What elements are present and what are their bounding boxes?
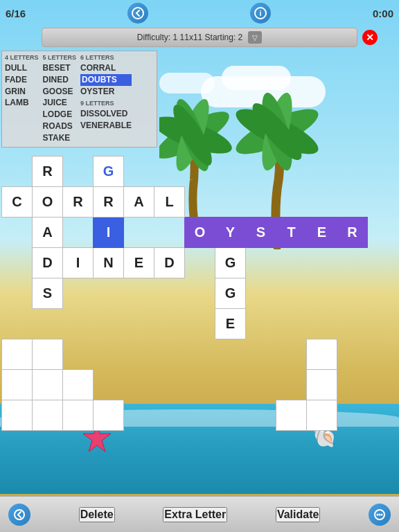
cell-4-6[interactable] — [185, 278, 215, 309]
cell-8-6[interactable] — [185, 400, 215, 431]
cell-3-5[interactable]: D — [154, 248, 185, 278]
info-button[interactable]: i — [250, 3, 271, 24]
cell-4-4[interactable] — [124, 278, 154, 309]
cell-5-0[interactable] — [2, 309, 33, 339]
extra-letter-button[interactable]: Extra Letter — [163, 507, 227, 522]
cell-8-5[interactable] — [154, 400, 185, 431]
cell-2-1[interactable]: A — [33, 218, 63, 248]
cell-3-10[interactable] — [307, 248, 337, 278]
cell-4-7[interactable]: G — [215, 278, 246, 309]
cell-1-0[interactable]: C — [2, 187, 33, 218]
cell-2-11[interactable]: R — [337, 218, 368, 248]
cell-6-2[interactable] — [63, 339, 94, 370]
cell-7-6[interactable] — [185, 370, 215, 400]
cell-6-5[interactable] — [154, 339, 185, 370]
cell-3-6[interactable] — [185, 248, 215, 278]
cell-5-11[interactable] — [337, 309, 368, 339]
cell-3-2[interactable]: I — [63, 248, 94, 278]
cell-5-6[interactable] — [185, 309, 215, 339]
cell-8-3[interactable] — [94, 400, 124, 431]
cell-5-3[interactable] — [94, 309, 124, 339]
cell-6-10[interactable] — [307, 339, 337, 370]
cell-6-3[interactable] — [94, 339, 124, 370]
cell-3-9[interactable] — [276, 248, 307, 278]
cell-8-0[interactable] — [2, 400, 33, 431]
cell-2-5[interactable] — [154, 218, 185, 248]
cell-7-0[interactable] — [2, 370, 33, 400]
cell-6-1[interactable] — [33, 339, 63, 370]
cell-0-1[interactable]: R — [33, 157, 63, 187]
cell-1-5[interactable]: L — [154, 187, 185, 218]
cell-7-7[interactable] — [215, 370, 246, 400]
cell-5-10[interactable] — [307, 309, 337, 339]
cell-5-7[interactable]: E — [215, 309, 246, 339]
cell-4-1[interactable]: S — [33, 278, 63, 309]
cell-0-6[interactable] — [185, 157, 215, 187]
cell-8-9[interactable] — [276, 400, 307, 431]
cell-7-8[interactable] — [246, 370, 276, 400]
cell-8-8[interactable] — [246, 400, 276, 431]
cell-8-2[interactable] — [63, 400, 94, 431]
cell-5-2[interactable] — [63, 309, 94, 339]
cell-8-11[interactable] — [337, 400, 368, 431]
cell-7-11[interactable] — [337, 370, 368, 400]
cell-6-7[interactable] — [215, 339, 246, 370]
cell-7-2[interactable] — [63, 370, 94, 400]
cell-7-4[interactable] — [124, 370, 154, 400]
cell-5-5[interactable] — [154, 309, 185, 339]
cell-8-4[interactable] — [124, 400, 154, 431]
cell-4-5[interactable] — [154, 278, 185, 309]
cell-1-8[interactable] — [246, 187, 276, 218]
cell-5-9[interactable] — [276, 309, 307, 339]
cell-3-3[interactable]: N — [94, 248, 124, 278]
cell-1-7[interactable] — [215, 187, 246, 218]
cell-4-2[interactable] — [63, 278, 94, 309]
cell-6-11[interactable] — [337, 339, 368, 370]
cell-4-9[interactable] — [276, 278, 307, 309]
cell-2-0[interactable] — [2, 218, 33, 248]
cell-6-9[interactable] — [276, 339, 307, 370]
cell-8-1[interactable] — [33, 400, 63, 431]
cell-3-1[interactable]: D — [33, 248, 63, 278]
cell-2-4[interactable] — [124, 218, 154, 248]
cell-3-7[interactable]: G — [215, 248, 246, 278]
cell-0-4[interactable] — [124, 157, 154, 187]
cell-7-10[interactable] — [307, 370, 337, 400]
delete-button[interactable]: Delete — [79, 507, 115, 522]
cell-6-6[interactable] — [185, 339, 215, 370]
cell-3-4[interactable]: E — [124, 248, 154, 278]
cell-0-3[interactable]: G — [94, 157, 124, 187]
cell-2-8[interactable]: S — [246, 218, 276, 248]
cell-2-3[interactable]: I — [94, 218, 124, 248]
cell-0-8[interactable] — [246, 157, 276, 187]
cell-1-2[interactable]: R — [63, 187, 94, 218]
cell-5-4[interactable] — [124, 309, 154, 339]
cell-3-11[interactable] — [337, 248, 368, 278]
difficulty-bar[interactable]: Difficulty: 1 11x11 Starting: 2 ▽ ✕ — [42, 28, 357, 47]
cell-6-0[interactable] — [2, 339, 33, 370]
cell-0-2[interactable] — [63, 157, 94, 187]
back-icon-bottom[interactable] — [8, 504, 30, 526]
menu-icon-bottom[interactable] — [369, 504, 391, 526]
cell-5-8[interactable] — [246, 309, 276, 339]
back-button[interactable] — [127, 3, 148, 24]
cell-2-6[interactable]: O — [185, 218, 215, 248]
cell-2-2[interactable] — [63, 218, 94, 248]
cell-4-11[interactable] — [337, 278, 368, 309]
cell-1-6[interactable] — [185, 187, 215, 218]
cell-8-10[interactable] — [307, 400, 337, 431]
cell-1-3[interactable]: R — [94, 187, 124, 218]
difficulty-dropdown[interactable]: ▽ — [248, 31, 262, 44]
cell-3-8[interactable] — [246, 248, 276, 278]
close-button[interactable]: ✕ — [362, 30, 378, 45]
cell-7-3[interactable] — [94, 370, 124, 400]
cell-6-8[interactable] — [246, 339, 276, 370]
cell-2-10[interactable]: E — [307, 218, 337, 248]
cell-1-1[interactable]: O — [33, 187, 63, 218]
cell-0-7[interactable] — [215, 157, 246, 187]
cell-8-7[interactable] — [215, 400, 246, 431]
cell-4-3[interactable] — [94, 278, 124, 309]
cell-7-9[interactable] — [276, 370, 307, 400]
cell-4-10[interactable] — [307, 278, 337, 309]
cell-4-0[interactable] — [2, 278, 33, 309]
